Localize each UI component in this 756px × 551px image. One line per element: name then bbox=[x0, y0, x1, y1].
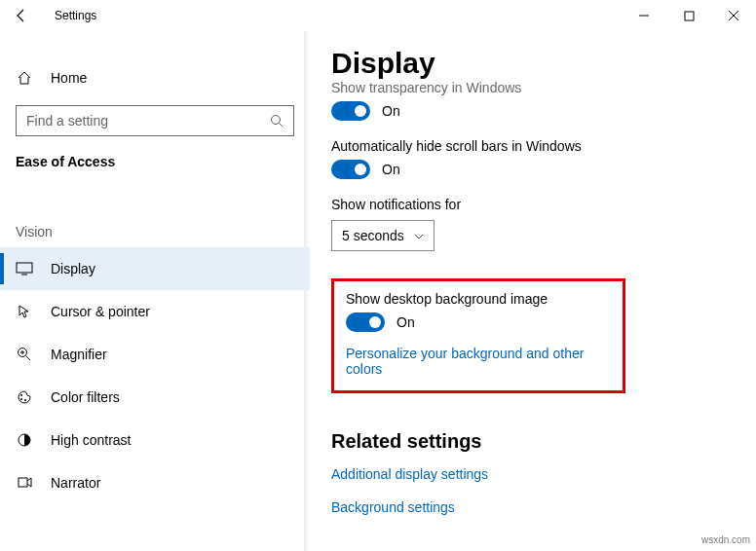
back-button[interactable] bbox=[6, 0, 37, 31]
notifications-dropdown[interactable]: 5 seconds bbox=[331, 220, 435, 251]
svg-point-2 bbox=[271, 115, 280, 124]
sidebar-item-home[interactable]: Home bbox=[0, 58, 310, 97]
background-settings-link[interactable]: Background settings bbox=[331, 499, 756, 515]
contrast-icon bbox=[16, 432, 33, 448]
sidebar-item-label: Color filters bbox=[51, 389, 120, 405]
personalize-link[interactable]: Personalize your background and other co… bbox=[346, 346, 611, 377]
window-title: Settings bbox=[55, 9, 96, 22]
scrollbars-label: Automatically hide scroll bars in Window… bbox=[331, 138, 756, 154]
transparency-label: Show transparency in Windows bbox=[331, 80, 756, 95]
sidebar-item-narrator[interactable]: Narrator bbox=[0, 461, 310, 504]
maximize-button[interactable] bbox=[666, 0, 711, 31]
sidebar-item-display[interactable]: Display bbox=[0, 247, 310, 290]
sidebar-category: Ease of Access bbox=[0, 136, 310, 169]
content-pane: Display Show transparency in Windows On … bbox=[310, 31, 756, 551]
magnifier-icon bbox=[16, 347, 33, 362]
related-heading: Related settings bbox=[331, 430, 756, 453]
home-icon bbox=[16, 70, 33, 86]
sidebar-item-magnifier[interactable]: Magnifier bbox=[0, 333, 310, 376]
watermark: wsxdn.com bbox=[701, 534, 750, 545]
display-icon bbox=[16, 262, 33, 276]
cursor-icon bbox=[16, 304, 33, 319]
minimize-button[interactable] bbox=[622, 0, 666, 31]
scrollbars-state: On bbox=[382, 162, 400, 177]
svg-point-12 bbox=[24, 399, 26, 401]
desktop-bg-label: Show desktop background image bbox=[346, 291, 611, 307]
svg-point-10 bbox=[20, 394, 22, 396]
notifications-label: Show notifications for bbox=[331, 197, 756, 212]
sidebar-item-label: Cursor & pointer bbox=[51, 304, 150, 319]
scrollbars-toggle[interactable] bbox=[331, 160, 370, 179]
sidebar-home-label: Home bbox=[51, 70, 87, 86]
sidebar-item-high-contrast[interactable]: High contrast bbox=[0, 419, 310, 461]
svg-line-3 bbox=[279, 123, 283, 127]
search-icon bbox=[268, 114, 285, 129]
svg-point-11 bbox=[20, 398, 22, 400]
svg-rect-1 bbox=[685, 12, 694, 20]
svg-rect-4 bbox=[17, 263, 32, 273]
palette-icon bbox=[16, 389, 33, 405]
sidebar-item-color-filters[interactable]: Color filters bbox=[0, 376, 310, 419]
svg-rect-14 bbox=[19, 478, 27, 487]
search-field[interactable] bbox=[24, 112, 268, 129]
transparency-toggle[interactable] bbox=[331, 101, 370, 121]
transparency-state: On bbox=[382, 103, 400, 119]
sidebar-item-label: Display bbox=[51, 261, 95, 276]
page-title: Display bbox=[331, 47, 756, 80]
sidebar-item-label: Narrator bbox=[51, 475, 100, 491]
sidebar-group: Vision bbox=[0, 224, 310, 247]
search-input[interactable] bbox=[16, 105, 294, 136]
desktop-bg-toggle[interactable] bbox=[346, 312, 385, 332]
sidebar-item-cursor[interactable]: Cursor & pointer bbox=[0, 290, 310, 333]
additional-display-link[interactable]: Additional display settings bbox=[331, 466, 756, 482]
narrator-icon bbox=[16, 475, 33, 491]
sidebar: Home Ease of Access Vision Display Curso… bbox=[0, 31, 310, 551]
close-button[interactable] bbox=[711, 0, 756, 31]
sidebar-item-label: High contrast bbox=[51, 432, 131, 448]
desktop-bg-state: On bbox=[397, 314, 415, 330]
sidebar-item-label: Magnifier bbox=[51, 347, 107, 362]
svg-line-9 bbox=[26, 356, 31, 361]
chevron-down-icon bbox=[414, 230, 424, 241]
notifications-value: 5 seconds bbox=[342, 228, 404, 243]
highlight-box: Show desktop background image On Persona… bbox=[331, 278, 625, 393]
